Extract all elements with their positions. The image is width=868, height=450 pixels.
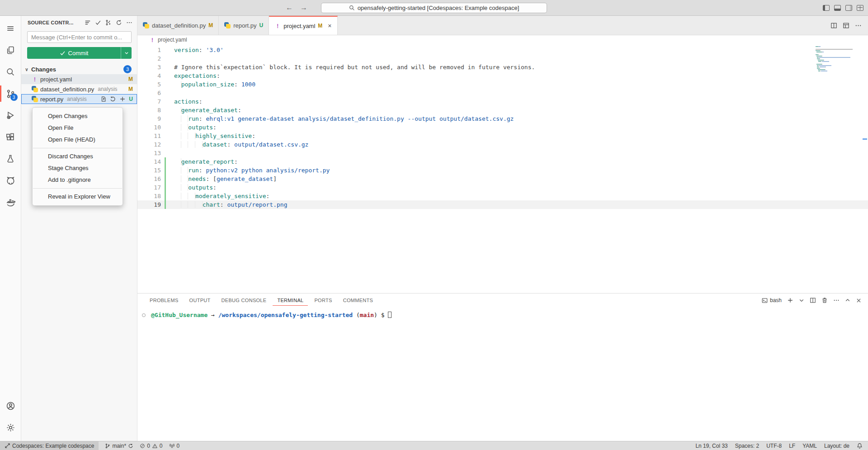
testing-icon[interactable] <box>0 148 21 170</box>
refresh-icon[interactable] <box>116 19 122 26</box>
breadcrumb-item[interactable]: project.yaml <box>158 37 187 43</box>
menu-icon[interactable] <box>0 18 21 39</box>
breadcrumb[interactable]: ! project.yaml <box>137 35 868 44</box>
context-menu-item[interactable]: Add to .gitignore <box>33 174 123 186</box>
ports-status[interactable]: 0 <box>169 443 180 449</box>
command-decoration-icon[interactable] <box>142 313 146 317</box>
file-row-dataset-definition[interactable]: dataset_definition.py analysis M <box>21 84 137 94</box>
terminal[interactable]: @GitHub_Username → /workspaces/opensafel… <box>137 307 868 441</box>
docker-icon[interactable] <box>0 191 21 213</box>
split-editor-icon[interactable] <box>830 22 837 29</box>
open-file-icon[interactable] <box>100 96 107 102</box>
new-terminal-icon[interactable] <box>787 297 793 303</box>
code-line[interactable]: 16 needs: [generate_dataset] <box>137 175 868 183</box>
close-panel-icon[interactable] <box>856 298 862 303</box>
kill-terminal-icon[interactable] <box>821 297 828 303</box>
code-text: generate_report: <box>174 157 238 166</box>
search-icon[interactable] <box>0 61 21 83</box>
terminal-instance-chip[interactable]: bash <box>762 297 782 303</box>
create-branch-icon[interactable] <box>105 19 112 26</box>
file-row-project-yaml[interactable]: ! project.yaml M <box>21 74 137 84</box>
code-line[interactable]: 11 highly_sensitive: <box>137 132 868 140</box>
customize-layout-icon[interactable] <box>857 5 863 11</box>
panel-tab-ports[interactable]: PORTS <box>310 295 336 306</box>
code-editor[interactable]: 1version: '3.0'23# Ignore this`expectati… <box>137 44 868 293</box>
changes-section-label: Changes <box>31 66 56 73</box>
notifications-bell-icon[interactable] <box>857 443 863 449</box>
maximize-panel-icon[interactable] <box>845 298 850 303</box>
layout-sidebar-left-icon[interactable] <box>823 5 830 11</box>
panel-tab-comments[interactable]: COMMENTS <box>339 295 378 306</box>
accounts-icon[interactable] <box>0 395 21 417</box>
settings-gear-icon[interactable] <box>0 417 21 438</box>
context-menu-item[interactable]: Open Changes <box>33 110 123 122</box>
encoding-status[interactable]: UTF-8 <box>766 443 782 449</box>
eol-status[interactable]: LF <box>789 443 795 449</box>
tab-project-yaml[interactable]: ! project.yaml M × <box>269 16 337 35</box>
code-line[interactable]: 8 generate_dataset: <box>137 106 868 114</box>
context-menu-item[interactable]: Open File (HEAD) <box>33 134 123 146</box>
tab-dataset-definition[interactable]: dataset_definition.py M <box>137 16 219 35</box>
layout-panel-icon[interactable] <box>834 5 841 11</box>
split-terminal-icon[interactable] <box>810 297 816 303</box>
context-menu-item[interactable]: Open File <box>33 122 123 134</box>
tab-report-py[interactable]: report.py U <box>219 16 269 35</box>
minimap[interactable] <box>816 46 861 72</box>
run-debug-icon[interactable] <box>0 104 21 126</box>
remote-indicator[interactable]: Codespaces: Example codespace <box>0 441 99 450</box>
commit-message-input[interactable] <box>27 31 132 43</box>
code-line[interactable]: 1version: '3.0' <box>137 46 868 54</box>
back-button[interactable]: ← <box>286 4 293 12</box>
code-line[interactable]: 4expectations: <box>137 71 868 80</box>
commit-button[interactable]: Commit <box>27 47 132 59</box>
source-control-icon[interactable]: 3 <box>0 83 21 104</box>
layout-icon[interactable] <box>843 22 849 29</box>
code-line[interactable]: 9 run: ehrql:v1 generate-dataset analysi… <box>137 114 868 123</box>
code-line[interactable]: 18 moderately_sensitive: <box>137 192 868 200</box>
code-line[interactable]: 2 <box>137 54 868 63</box>
more-actions-icon[interactable] <box>126 19 132 26</box>
code-line[interactable]: 14 generate_report: <box>137 157 868 166</box>
editor-scrollbar[interactable] <box>862 44 868 293</box>
context-menu-item[interactable]: Stage Changes <box>33 162 123 174</box>
language-mode[interactable]: YAML <box>802 443 817 449</box>
context-menu-item[interactable]: Discard Changes <box>33 151 123 162</box>
code-line[interactable]: 19 chart: output/report.png <box>137 200 868 209</box>
code-line[interactable]: 15 run: python:v2 python analysis/report… <box>137 166 868 175</box>
commit-check-icon[interactable] <box>95 19 101 26</box>
extensions-icon[interactable] <box>0 126 21 148</box>
panel-tab-problems[interactable]: PROBLEMS <box>145 295 183 306</box>
cursor-position[interactable]: Ln 19, Col 33 <box>695 443 727 449</box>
panel-tab-terminal[interactable]: TERMINAL <box>273 295 308 306</box>
forward-button[interactable]: → <box>300 4 307 12</box>
commit-dropdown-button[interactable] <box>121 47 132 59</box>
more-actions-icon[interactable] <box>855 22 862 29</box>
command-center-search[interactable]: opensafely-getting-started [Codespaces: … <box>321 3 547 13</box>
code-line[interactable]: 6 <box>137 89 868 97</box>
discard-changes-icon[interactable] <box>110 96 116 102</box>
code-line[interactable]: 5 population_size: 1000 <box>137 80 868 89</box>
layout-sidebar-right-icon[interactable] <box>845 5 852 11</box>
code-line[interactable]: 3# Ignore this`expectation` block. It is… <box>137 63 868 71</box>
branch-status[interactable]: main* <box>105 443 133 449</box>
github-icon[interactable] <box>0 170 21 191</box>
panel-tab-output[interactable]: OUTPUT <box>185 295 215 306</box>
code-line[interactable]: 10 outputs: <box>137 123 868 132</box>
changes-section-header[interactable]: ∨ Changes 3 <box>21 64 137 74</box>
code-line[interactable]: 12 dataset: output/dataset.csv.gz <box>137 140 868 149</box>
explorer-icon[interactable] <box>0 39 21 61</box>
context-menu-item[interactable]: Reveal in Explorer View <box>33 191 123 203</box>
code-line[interactable]: 13 <box>137 149 868 157</box>
view-and-sort-icon[interactable] <box>85 19 91 26</box>
more-actions-icon[interactable] <box>833 297 840 303</box>
launch-profile-chevron-icon[interactable] <box>799 298 804 303</box>
indentation-status[interactable]: Spaces: 2 <box>735 443 759 449</box>
close-icon[interactable]: × <box>328 22 331 29</box>
code-line[interactable]: 7actions: <box>137 97 868 106</box>
code-line[interactable]: 17 outputs: <box>137 183 868 192</box>
keyboard-layout[interactable]: Layout: de <box>824 443 849 449</box>
problems-status[interactable]: 0 0 <box>140 443 162 449</box>
file-row-report-py[interactable]: report.py analysis U <box>21 94 137 104</box>
stage-changes-icon[interactable] <box>119 96 126 102</box>
panel-tab-debug-console[interactable]: DEBUG CONSOLE <box>217 295 271 306</box>
